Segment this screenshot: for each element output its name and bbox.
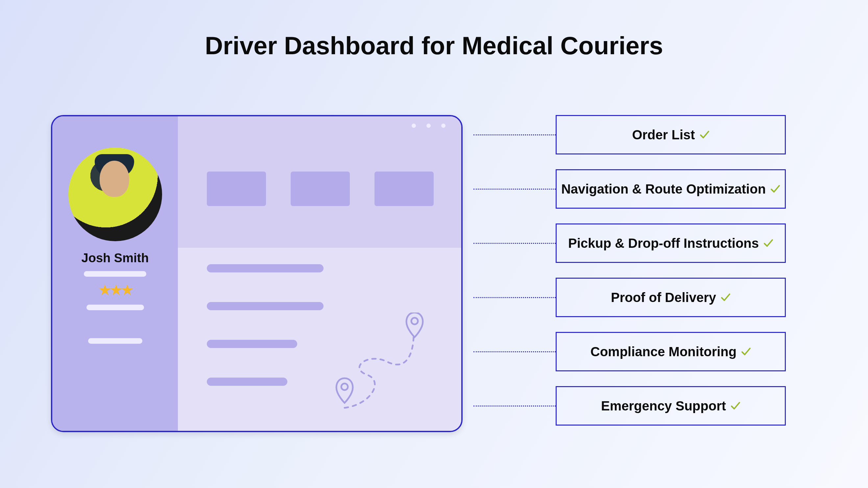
window-dots xyxy=(412,124,445,128)
feature-box: Compliance Monitoring xyxy=(556,332,786,371)
content-line xyxy=(207,264,323,272)
feature-box: Emergency Support xyxy=(556,386,786,426)
content-line xyxy=(207,302,323,310)
check-icon xyxy=(764,238,773,248)
content-area xyxy=(178,248,461,431)
feature-box: Navigation & Route Optimization xyxy=(556,169,786,209)
connector-line xyxy=(473,243,556,244)
rating-stars-icon: ★★★ xyxy=(98,281,132,299)
feature-box: Order List xyxy=(556,115,786,155)
check-icon xyxy=(741,347,751,357)
route-illustration xyxy=(328,313,443,418)
feature-row: Proof of Delivery xyxy=(473,278,786,317)
metrics-row xyxy=(178,116,461,248)
feature-row: Pickup & Drop-off Instructions xyxy=(473,224,786,263)
page-title: Driver Dashboard for Medical Couriers xyxy=(0,31,868,60)
window-dot xyxy=(412,124,416,128)
map-pin-icon xyxy=(336,378,353,403)
driver-name: Josh Smith xyxy=(82,251,149,265)
feature-row: Compliance Monitoring xyxy=(473,332,786,371)
connector-line xyxy=(473,134,556,135)
dashboard-window: Josh Smith ★★★ xyxy=(51,115,463,432)
svg-point-1 xyxy=(411,318,418,324)
connector-line xyxy=(473,297,556,298)
check-icon xyxy=(721,292,731,302)
feature-label: Pickup & Drop-off Instructions xyxy=(568,236,759,251)
map-pin-icon xyxy=(406,313,423,337)
metric-block xyxy=(291,171,350,206)
metric-block xyxy=(207,171,266,206)
sidebar-line xyxy=(84,271,146,277)
content-line xyxy=(207,340,297,348)
check-icon xyxy=(731,401,740,411)
feature-box: Pickup & Drop-off Instructions xyxy=(556,224,786,263)
connector-line xyxy=(473,405,556,406)
content-line xyxy=(207,378,287,386)
window-dot xyxy=(427,124,431,128)
feature-row: Order List xyxy=(473,115,786,155)
feature-row: Navigation & Route Optimization xyxy=(473,169,786,209)
sidebar-line xyxy=(88,338,143,344)
svg-point-0 xyxy=(341,384,348,390)
feature-label: Navigation & Route Optimization xyxy=(561,182,766,197)
feature-box: Proof of Delivery xyxy=(556,278,786,317)
sidebar-line xyxy=(87,305,144,310)
main-area xyxy=(178,116,461,431)
check-icon xyxy=(770,184,780,194)
connector-line xyxy=(473,189,556,190)
window-dot xyxy=(441,124,445,128)
metric-block xyxy=(374,171,434,206)
feature-row: Emergency Support xyxy=(473,386,786,426)
check-icon xyxy=(700,130,710,140)
feature-label: Order List xyxy=(632,128,695,142)
feature-label: Emergency Support xyxy=(601,399,726,414)
avatar xyxy=(68,148,162,241)
feature-label: Proof of Delivery xyxy=(611,290,716,305)
connector-line xyxy=(473,351,556,352)
sidebar: Josh Smith ★★★ xyxy=(52,116,178,431)
feature-label: Compliance Monitoring xyxy=(590,345,737,359)
